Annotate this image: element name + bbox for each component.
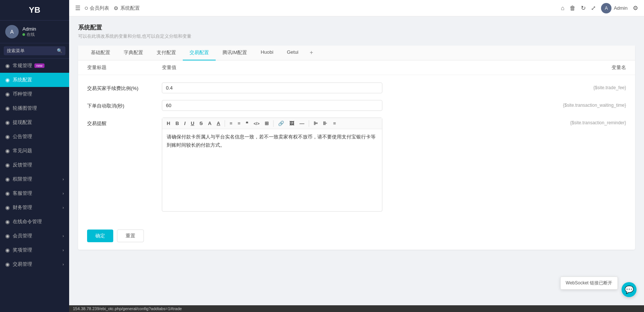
home-icon[interactable]: ⌂ [561, 5, 564, 12]
topbar-sysconfig-link[interactable]: ⚙ 系统配置 [114, 5, 140, 12]
trade-fee-input[interactable] [162, 82, 382, 93]
form-label-cancel-time: 下单自动取消(秒) [87, 100, 162, 109]
cancel-time-input[interactable] [162, 100, 382, 111]
tab-dict[interactable]: 字典配置 [117, 46, 150, 60]
hr-btn[interactable]: — [297, 119, 306, 127]
editor-toolbar: H B I U S A A ≡ ≡ ❝ </> [162, 118, 382, 129]
delete-icon[interactable]: 🗑 [570, 5, 576, 12]
blockquote-btn[interactable]: ❝ [243, 119, 250, 127]
app-logo: YB [0, 0, 69, 21]
tab-basic[interactable]: 基础配置 [84, 46, 117, 60]
user-info: Admin 在线 [22, 26, 36, 37]
topbar-username: Admin [614, 5, 628, 11]
sidebar-item-feedback[interactable]: ◉ 反馈管理 [0, 158, 69, 172]
italic-btn[interactable]: I [182, 119, 188, 127]
tab-trade[interactable]: 交易配置 [183, 46, 216, 60]
nav-icon: ◉ [5, 162, 10, 168]
page-title: 系统配置 [78, 24, 635, 32]
sidebar-item-label: 提现配置 [13, 119, 32, 126]
sidebar-item-trade[interactable]: ◉ 交易管理 › [0, 257, 69, 271]
badge-new: new [34, 63, 44, 68]
nav-icon: ◉ [5, 247, 10, 253]
sidebar-item-label: 常见问题 [13, 147, 32, 154]
confirm-button[interactable]: 确定 [87, 230, 113, 242]
tab-huobi[interactable]: Huobi [254, 46, 280, 60]
strikethrough-btn[interactable]: S [197, 119, 205, 127]
sidebar-item-announce[interactable]: ◉ 公告管理 [0, 130, 69, 144]
main-area: ☰ 会员列表 ⚙ 系统配置 ⌂ 🗑 ↻ ⤢ A Admin ⚙ 系统配置 可以在… [69, 0, 644, 312]
table-btn[interactable]: ⊞ [262, 119, 271, 127]
rich-text-editor: H B I U S A A ≡ ≡ ❝ </> [162, 118, 382, 212]
search-input[interactable] [4, 46, 65, 55]
indent-increase-btn[interactable]: ⊪ [321, 119, 329, 127]
toolbar-sep-1 [225, 120, 225, 127]
font-bg-btn[interactable]: A [215, 119, 222, 127]
sidebar-item-carousel[interactable]: ◉ 轮播图管理 [0, 101, 69, 115]
align-left-btn2[interactable]: ≡ [331, 119, 338, 127]
add-tab-button[interactable]: + [305, 46, 318, 60]
statusbar: 154.38.78.239/ebi_otc.php/general/config… [69, 305, 644, 312]
sidebar-item-awards[interactable]: ◉ 奖项管理 › [0, 243, 69, 257]
refresh-icon[interactable]: ↻ [581, 4, 586, 12]
sidebar-item-withdraw[interactable]: ◉ 提现配置 [0, 115, 69, 130]
config-card: 基础配置 字典配置 支付配置 交易配置 腾讯IM配置 Huobi Getui +… [78, 46, 635, 250]
sidebar-item-faq[interactable]: ◉ 常见问题 [0, 144, 69, 158]
nav-icon: ◉ [5, 91, 10, 97]
align-left-btn[interactable]: ≡ [227, 119, 235, 127]
link-btn[interactable]: 🔗 [276, 119, 286, 127]
chevron-right-icon: › [62, 262, 64, 266]
topbar-avatar: A [601, 3, 611, 13]
sidebar-item-label: 客服管理 [13, 190, 32, 197]
var-name-reminder: {$site.transaction_reminder} [529, 118, 626, 125]
sidebar-item-customer[interactable]: ◉ 客服管理 › [0, 186, 69, 200]
col-header-value: 变量值 [162, 64, 529, 71]
form-label-trade-fee: 交易买家手续费比例(%) [87, 82, 162, 92]
form-value-trade-fee [162, 82, 529, 93]
sidebar-item-command[interactable]: ◉ 在线命令管理 [0, 215, 69, 229]
user-status: 在线 [22, 32, 36, 37]
tab-bar: 基础配置 字典配置 支付配置 交易配置 腾讯IM配置 Huobi Getui + [78, 46, 635, 60]
topbar-user[interactable]: A Admin [601, 3, 628, 13]
code-btn[interactable]: </> [251, 120, 262, 127]
tab-tencent-im[interactable]: 腾讯IM配置 [216, 46, 254, 60]
underline-btn[interactable]: U [188, 119, 196, 127]
indent-decrease-btn[interactable]: ⊫ [311, 119, 320, 127]
sidebar-item-coin[interactable]: ◉ 币种管理 [0, 87, 69, 101]
username: Admin [22, 26, 36, 32]
bold-btn[interactable]: B [173, 119, 181, 127]
editor-content[interactable]: 请确保付款卡所属人与平台实名信息一致，若不一致卖家有权不放币，请不要使用支付宝银… [162, 129, 382, 211]
align-center-btn[interactable]: ≡ [235, 119, 243, 127]
reset-button[interactable]: 重置 [117, 230, 144, 242]
sidebar-item-regular[interactable]: ◉ 常规管理 new [0, 59, 69, 73]
sidebar-item-sysconfig[interactable]: ◉ 系统配置 [0, 73, 69, 87]
sidebar-search-area: 🔍 [0, 43, 69, 59]
chat-button[interactable]: 💬 [622, 282, 637, 297]
nav-icon: ◉ [5, 148, 10, 154]
sidebar-user: A Admin 在线 [0, 21, 69, 43]
heading-btn[interactable]: H [164, 119, 172, 127]
col-header-label: 变量标题 [87, 64, 162, 71]
sidebar-item-member[interactable]: ◉ 会员管理 › [0, 229, 69, 243]
settings-icon[interactable]: ⚙ [633, 4, 638, 12]
form-row-reminder: 交易提醒 H B I U S A A [87, 118, 626, 212]
sidebar-item-permission[interactable]: ◉ 权限管理 › [0, 172, 69, 186]
tab-pay[interactable]: 支付配置 [150, 46, 183, 60]
topbar-member-list-link[interactable]: 会员列表 [85, 5, 109, 12]
nav-icon: ◉ [5, 119, 10, 125]
form-actions: 确定 重置 [78, 230, 635, 250]
online-dot [22, 33, 25, 36]
ws-toast: WebSocket 链接已断开 [560, 277, 618, 290]
hamburger-icon[interactable]: ☰ [75, 4, 80, 12]
form-row-cancel-time: 下单自动取消(秒) {$site.transaction_waiting_tim… [87, 100, 626, 111]
font-color-btn[interactable]: A [206, 119, 213, 127]
sidebar-item-finance[interactable]: ◉ 财务管理 › [0, 200, 69, 215]
tab-getui[interactable]: Getui [280, 46, 305, 60]
topbar: ☰ 会员列表 ⚙ 系统配置 ⌂ 🗑 ↻ ⤢ A Admin ⚙ [69, 0, 644, 16]
image-btn[interactable]: 🖼 [287, 119, 296, 127]
nav-icon: ◉ [5, 105, 10, 111]
sidebar-item-label: 轮播图管理 [13, 105, 37, 112]
nav-icon: ◉ [5, 176, 10, 182]
page-desc: 可以在此填改系统的变量和分组,也可以自定义分组和变量 [78, 33, 635, 40]
fullscreen-icon[interactable]: ⤢ [591, 4, 596, 12]
nav-icon: ◉ [5, 63, 10, 69]
